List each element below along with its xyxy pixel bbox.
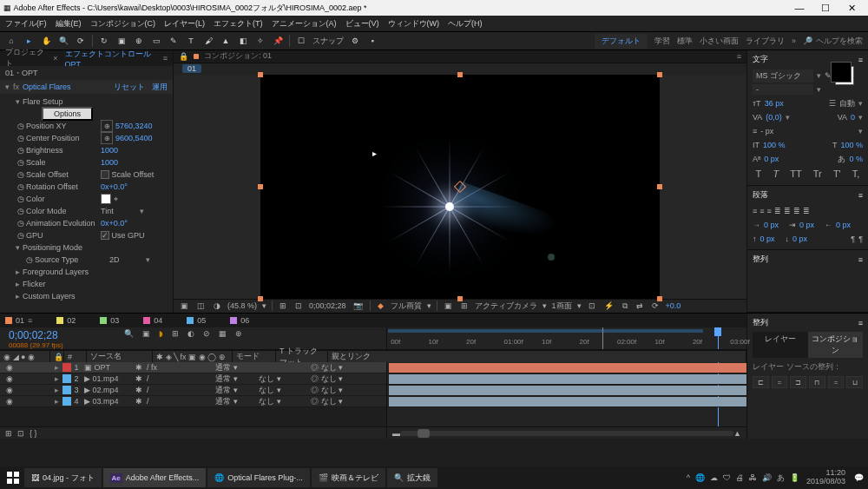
smallcaps-button[interactable]: Tr: [813, 169, 822, 179]
twirl-arrow[interactable]: ▸: [50, 397, 62, 406]
notification-icon[interactable]: 💬: [852, 473, 865, 482]
font-style-dropdown[interactable]: -: [753, 84, 813, 95]
twirl-arrow[interactable]: ▸: [50, 363, 62, 372]
menu-window[interactable]: ウィンドウ(W): [388, 18, 440, 30]
stopwatch-icon[interactable]: ◷: [16, 122, 26, 130]
transform-handle[interactable]: [258, 72, 263, 77]
taskbar-item[interactable]: 🔍拡大鏡: [387, 468, 437, 487]
fx-badge[interactable]: fx: [13, 83, 19, 91]
trackmatte-dropdown[interactable]: なし ▾: [259, 373, 311, 385]
flowchart-icon[interactable]: ⇄: [635, 301, 645, 310]
fast-preview-icon[interactable]: ⚡: [602, 301, 615, 310]
brush-tool-icon[interactable]: 🖌: [202, 35, 214, 47]
tray-browser-icon[interactable]: 🌐: [695, 473, 705, 482]
workspace-default[interactable]: デフォルト: [595, 34, 648, 49]
tray-printer-icon[interactable]: 🖨: [736, 473, 744, 482]
transform-handle[interactable]: [258, 296, 263, 301]
layer-duration-bar[interactable]: [389, 374, 746, 384]
tray-up-icon[interactable]: ^: [687, 473, 690, 482]
menu-help[interactable]: ヘルプ(H): [448, 18, 483, 30]
timeline-tab[interactable]: 05: [187, 316, 206, 325]
clone-tool-icon[interactable]: ▲: [220, 35, 232, 47]
guides-icon[interactable]: ⊡: [293, 301, 304, 310]
font-size-value[interactable]: 36 px: [765, 99, 784, 108]
prop-brightness-value[interactable]: 1000: [101, 146, 118, 155]
time-ruler[interactable]: 00f10f20f01:00f10f20f02:00f10f20f03:00f: [387, 327, 746, 349]
camera-dropdown[interactable]: アクティブカメラ: [475, 301, 537, 312]
fill-stroke-swatch[interactable]: [835, 66, 854, 85]
toggle-switches-icon[interactable]: ⊞: [5, 429, 12, 438]
align-vcenter-icon[interactable]: =: [828, 376, 845, 388]
blend-mode-dropdown[interactable]: 通常 ▾: [215, 396, 259, 407]
menu-edit[interactable]: 編集(E): [56, 18, 82, 30]
resolution-dropdown[interactable]: フル画質: [391, 301, 422, 312]
frameblend-icon[interactable]: ◐: [187, 329, 194, 338]
workspace-more-icon[interactable]: »: [792, 36, 796, 45]
layer-name[interactable]: ▶ 02.mp4: [82, 386, 135, 394]
orbit-tool-icon[interactable]: ⟳: [75, 35, 87, 47]
zoom-out-icon[interactable]: ▬: [392, 429, 400, 438]
panel-menu-icon[interactable]: ≡: [858, 255, 863, 264]
home-icon[interactable]: ⌂: [5, 35, 17, 47]
subscript-button[interactable]: T,: [852, 169, 860, 179]
justify-center-icon[interactable]: ≣: [784, 207, 791, 215]
menu-animation[interactable]: アニメーション(A): [272, 18, 337, 30]
align-tab-bottom[interactable]: 整列: [753, 317, 768, 328]
draft3d-icon[interactable]: ⊞: [172, 329, 179, 338]
color-mode-dropdown[interactable]: Tint: [101, 207, 114, 215]
stopwatch-icon[interactable]: ◷: [16, 219, 26, 228]
viewer-canvas[interactable]: ▸: [174, 75, 746, 299]
layer-row[interactable]: ◉ ▸ 2 ▶ 01.mp4 ✱ / 通常 ▾ なし ▾ ◎ なし ▾: [0, 373, 386, 385]
taskbar-item[interactable]: 🎬映画＆テレビ: [312, 468, 385, 487]
blend-mode-dropdown[interactable]: 通常 ▾: [215, 385, 259, 396]
effect-name[interactable]: Optical Flares: [23, 83, 114, 91]
group-custom[interactable]: Custom Layers: [23, 292, 76, 301]
eyedropper-icon[interactable]: ⌖: [114, 195, 118, 204]
parent-dropdown[interactable]: ◎ なし ▾: [311, 396, 386, 407]
align-hcenter-icon[interactable]: =: [772, 376, 788, 388]
zoom-thumb[interactable]: [418, 429, 430, 438]
breadcrumb-chip[interactable]: 01: [182, 64, 201, 73]
trackmatte-dropdown[interactable]: なし ▾: [259, 385, 311, 396]
layer-color-chip[interactable]: [62, 386, 71, 394]
tray-battery-icon[interactable]: 🔋: [790, 473, 799, 482]
parent-dropdown[interactable]: ◎ なし ▾: [311, 362, 386, 373]
prop-rotation-value[interactable]: 0x+0.0°: [101, 182, 128, 191]
layer-switches[interactable]: ✱ /: [135, 374, 215, 383]
zoom-in-icon[interactable]: ▲: [733, 429, 741, 438]
group-foreground[interactable]: Foreground Layers: [23, 268, 89, 276]
gpu-checkbox[interactable]: ✓: [101, 231, 109, 240]
prop-center-value[interactable]: 9600,5400: [115, 134, 153, 142]
ltr-icon[interactable]: ¶: [858, 235, 863, 243]
twirl-arrow[interactable]: ▸: [50, 374, 62, 383]
prop-scale-value[interactable]: 1000: [101, 158, 118, 167]
stopwatch-icon[interactable]: ◷: [16, 146, 26, 155]
layer-row[interactable]: ◉ ▸ 4 ▶ 03.mp4 ✱ / 通常 ▾ なし ▾ ◎ なし ▾: [0, 396, 386, 407]
rotate-tool-icon[interactable]: ↻: [98, 35, 110, 47]
marker-line[interactable]: [602, 327, 603, 349]
transform-handle[interactable]: [258, 184, 263, 189]
timecode-display[interactable]: 0;00;02;28: [309, 301, 346, 310]
tray-shield-icon[interactable]: 🛡: [723, 473, 731, 482]
menu-effect[interactable]: エフェクト(T): [214, 18, 263, 30]
fill-swatch[interactable]: ▪: [366, 35, 378, 47]
paragraph-panel-tab[interactable]: 段落: [753, 189, 768, 201]
playhead-head[interactable]: [714, 327, 721, 336]
transform-handle[interactable]: [457, 296, 463, 301]
prop-position-xy-value[interactable]: 5760,3240: [115, 122, 153, 130]
current-timecode[interactable]: 0;00;02;28: [9, 329, 63, 341]
group-flicker[interactable]: Flicker: [23, 280, 46, 288]
tray-volume-icon[interactable]: 🔊: [762, 473, 772, 482]
trackmatte-dropdown[interactable]: なし ▾: [259, 396, 311, 407]
bracket-icon[interactable]: { }: [30, 429, 37, 438]
blend-mode-dropdown[interactable]: 通常 ▾: [215, 373, 259, 385]
channel-icon[interactable]: ◆: [376, 301, 385, 310]
align-top-icon[interactable]: ⊓: [809, 376, 825, 388]
layer-duration-bar[interactable]: [389, 386, 746, 395]
blend-mode-dropdown[interactable]: 通常 ▾: [215, 362, 259, 373]
prop-anim-evo-value[interactable]: 0x+0.0°: [101, 219, 128, 228]
comp-lock-icon[interactable]: 🔒: [179, 52, 188, 61]
resolution-icon[interactable]: ⊞: [278, 301, 288, 310]
effect-about[interactable]: 運用: [152, 82, 168, 93]
layer-row[interactable]: ◉ ▸ 3 ▶ 02.mp4 ✱ / 通常 ▾ なし ▾ ◎ なし ▾: [0, 385, 386, 396]
